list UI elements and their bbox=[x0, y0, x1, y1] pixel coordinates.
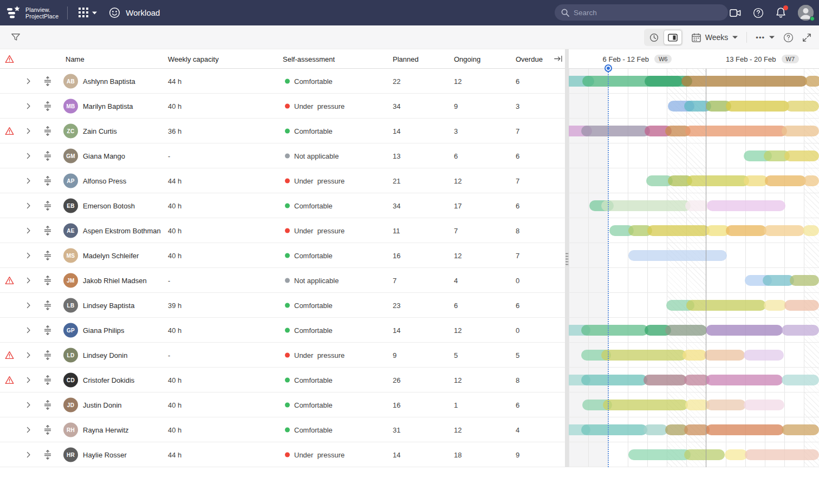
expand-row-chevron-icon[interactable] bbox=[25, 127, 32, 134]
gantt-bar[interactable] bbox=[765, 175, 806, 186]
notifications-bell-icon[interactable] bbox=[776, 7, 786, 18]
row-height-handle-icon[interactable] bbox=[43, 276, 52, 285]
expand-row-chevron-icon[interactable] bbox=[25, 277, 32, 284]
row-height-handle-icon[interactable] bbox=[43, 76, 52, 86]
gantt-bar[interactable] bbox=[706, 375, 783, 385]
global-search[interactable] bbox=[555, 4, 728, 21]
panel-resizer[interactable] bbox=[565, 49, 569, 467]
expand-row-chevron-icon[interactable] bbox=[25, 426, 32, 433]
gantt-bar[interactable] bbox=[704, 350, 745, 361]
row-height-handle-icon[interactable] bbox=[43, 450, 52, 460]
row-height-handle-icon[interactable] bbox=[43, 101, 52, 111]
row-height-handle-icon[interactable] bbox=[43, 375, 52, 385]
gantt-bar[interactable] bbox=[603, 400, 688, 410]
toolbar-help-button[interactable] bbox=[783, 32, 794, 43]
gantt-bar[interactable] bbox=[581, 375, 647, 385]
expand-row-chevron-icon[interactable] bbox=[25, 152, 32, 159]
gantt-bar[interactable] bbox=[601, 350, 686, 361]
gantt-bar[interactable] bbox=[581, 126, 650, 136]
row-height-handle-icon[interactable] bbox=[43, 350, 52, 360]
gantt-bar[interactable] bbox=[647, 225, 710, 236]
expand-row-chevron-icon[interactable] bbox=[25, 401, 32, 408]
gantt-bar[interactable] bbox=[790, 275, 819, 286]
gantt-bar[interactable] bbox=[726, 101, 789, 112]
expand-row-chevron-icon[interactable] bbox=[25, 227, 32, 234]
expand-row-chevron-icon[interactable] bbox=[25, 102, 32, 109]
gantt-bar[interactable] bbox=[764, 225, 804, 236]
gantt-bar[interactable] bbox=[785, 101, 819, 112]
workspace-smiley-icon[interactable] bbox=[109, 7, 120, 18]
expand-table-icon[interactable] bbox=[554, 55, 563, 64]
more-options-dropdown[interactable]: ••• bbox=[756, 34, 775, 42]
gantt-bar[interactable] bbox=[745, 449, 819, 460]
row-height-handle-icon[interactable] bbox=[43, 151, 52, 161]
expand-row-chevron-icon[interactable] bbox=[25, 376, 32, 383]
gantt-bar[interactable] bbox=[725, 449, 748, 460]
expand-row-chevron-icon[interactable] bbox=[25, 77, 32, 84]
gantt-bar[interactable] bbox=[581, 325, 648, 336]
fullscreen-expand-button[interactable] bbox=[802, 33, 811, 42]
expand-row-chevron-icon[interactable] bbox=[25, 351, 32, 358]
gantt-bar[interactable] bbox=[686, 300, 766, 311]
expand-row-chevron-icon[interactable] bbox=[25, 252, 32, 259]
video-meeting-icon[interactable] bbox=[730, 9, 741, 17]
time-view-button[interactable] bbox=[645, 30, 664, 45]
expand-row-chevron-icon[interactable] bbox=[25, 202, 32, 209]
search-input[interactable] bbox=[574, 9, 714, 17]
gantt-bar[interactable] bbox=[782, 375, 819, 385]
help-icon[interactable] bbox=[753, 8, 764, 18]
gantt-bar[interactable] bbox=[684, 449, 725, 460]
gantt-bar[interactable] bbox=[803, 225, 819, 236]
planview-logo[interactable]: Planview. ProjectPlace bbox=[6, 5, 58, 20]
gantt-bar[interactable] bbox=[628, 449, 691, 460]
gantt-bar[interactable] bbox=[782, 126, 819, 136]
gantt-bar[interactable] bbox=[706, 424, 784, 435]
row-height-handle-icon[interactable] bbox=[43, 226, 52, 235]
gantt-bar[interactable] bbox=[764, 300, 786, 311]
gantt-bar[interactable] bbox=[744, 400, 784, 410]
row-height-handle-icon[interactable] bbox=[43, 126, 52, 136]
expand-row-chevron-icon[interactable] bbox=[25, 177, 32, 184]
gantt-bar[interactable] bbox=[682, 350, 707, 361]
gantt-bar[interactable] bbox=[601, 200, 691, 211]
gantt-bar[interactable] bbox=[706, 400, 746, 410]
gantt-bar[interactable] bbox=[803, 175, 819, 186]
gantt-bar[interactable] bbox=[665, 325, 707, 336]
expand-row-chevron-icon[interactable] bbox=[25, 451, 32, 458]
row-height-handle-icon[interactable] bbox=[43, 300, 52, 310]
row-height-handle-icon[interactable] bbox=[43, 201, 52, 211]
gantt-bar[interactable] bbox=[726, 225, 766, 236]
gantt-bar[interactable] bbox=[706, 325, 783, 336]
gantt-bar[interactable] bbox=[782, 424, 819, 435]
gantt-bar[interactable] bbox=[744, 350, 784, 361]
gantt-row bbox=[569, 168, 819, 193]
gantt-bar[interactable] bbox=[784, 150, 819, 161]
gantt-bar[interactable] bbox=[581, 424, 647, 435]
row-height-handle-icon[interactable] bbox=[43, 251, 52, 260]
gantt-bar[interactable] bbox=[681, 76, 807, 87]
row-height-handle-icon[interactable] bbox=[43, 176, 52, 186]
today-marker[interactable] bbox=[604, 64, 612, 72]
board-view-button[interactable] bbox=[664, 30, 682, 45]
expand-row-chevron-icon[interactable] bbox=[25, 302, 32, 309]
apps-grid-icon[interactable] bbox=[79, 8, 97, 18]
gantt-bar[interactable] bbox=[784, 300, 819, 311]
filter-button[interactable] bbox=[9, 30, 23, 44]
gantt-bar[interactable] bbox=[782, 325, 819, 336]
gantt-bar[interactable] bbox=[644, 424, 668, 435]
assessment-label: Comfortable bbox=[294, 301, 333, 309]
expand-row-chevron-icon[interactable] bbox=[25, 326, 32, 333]
timescale-dropdown[interactable]: Weeks bbox=[692, 33, 738, 42]
member-name: Zain Curtis bbox=[83, 127, 117, 135]
gantt-bar[interactable] bbox=[707, 200, 785, 211]
row-height-handle-icon[interactable] bbox=[43, 400, 52, 410]
gantt-bar[interactable] bbox=[644, 375, 687, 385]
row-height-handle-icon[interactable] bbox=[43, 325, 52, 335]
row-height-handle-icon[interactable] bbox=[43, 425, 52, 435]
gantt-bar[interactable] bbox=[687, 175, 749, 186]
profile-avatar[interactable] bbox=[798, 5, 814, 21]
avatar: GP bbox=[63, 323, 78, 337]
gantt-bar[interactable] bbox=[628, 250, 727, 261]
gantt-bar[interactable] bbox=[685, 126, 787, 136]
gantt-bar[interactable] bbox=[805, 76, 819, 87]
